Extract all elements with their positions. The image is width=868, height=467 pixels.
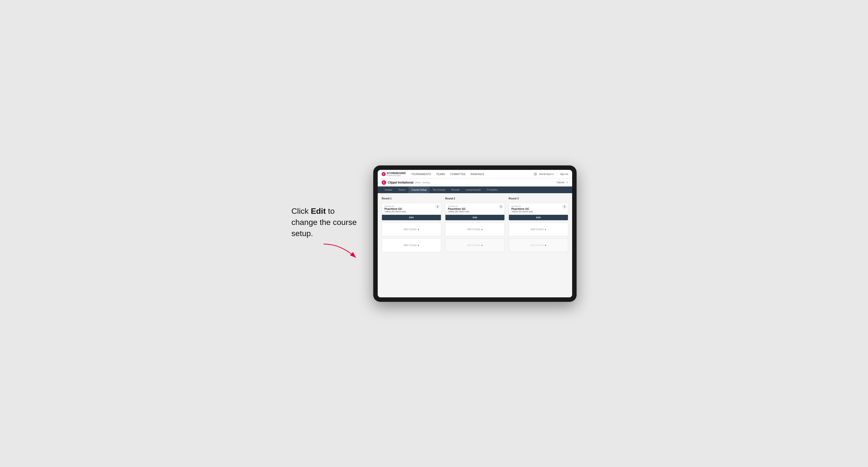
round-3-delete-button[interactable]: 🗑 bbox=[562, 205, 566, 209]
nav-teams[interactable]: TEAMS bbox=[436, 173, 446, 176]
round-1-course-card: 🗑 (Course A) Peachtree GC Yellow (M) (66… bbox=[382, 203, 441, 220]
round-3-edit-button[interactable]: Edit bbox=[509, 215, 568, 220]
round-1-column: Round 1 🗑 (Course A) Peachtree GC Yellow… bbox=[382, 197, 441, 252]
round-2-edit-button[interactable]: Edit bbox=[445, 215, 504, 220]
logo-title: SCOREBOARD bbox=[386, 172, 406, 175]
tab-course-setup[interactable]: Course Setup bbox=[408, 187, 430, 193]
round-2-delete-button[interactable]: 🗑 bbox=[499, 205, 503, 209]
logo-subtitle: Powered by clippd bbox=[386, 175, 406, 176]
tab-details[interactable]: Details bbox=[382, 187, 395, 193]
round-3-column: Round 3 🗑 (Course A) Peachtree GC Yellow… bbox=[509, 197, 568, 252]
tournament-logo-icon: C bbox=[382, 180, 386, 185]
round-1-add-course-2[interactable]: Add Course + bbox=[382, 238, 441, 252]
round-2-add-plus-2-icon: + bbox=[481, 244, 483, 247]
round-3-course-name: Peachtree GC bbox=[512, 207, 565, 210]
round-3-label: Round 3 bbox=[509, 197, 568, 200]
nav-right: blair@clippd.io Sign out bbox=[534, 173, 568, 176]
round-3-add-course-1[interactable]: Add Course + bbox=[509, 222, 568, 236]
round-2-add-course-2: Add Course + bbox=[445, 238, 505, 252]
round-1-delete-button[interactable]: 🗑 bbox=[435, 205, 439, 209]
avatar-icon bbox=[534, 173, 537, 176]
round-2-add-course-1[interactable]: Add Course + bbox=[445, 222, 505, 236]
tablet-frame: C SCOREBOARD Powered by clippd TOURNAMEN… bbox=[373, 165, 577, 302]
round-1-edit-button[interactable]: Edit bbox=[382, 215, 441, 220]
arrow-indicator bbox=[321, 242, 361, 261]
trash-icon: 🗑 bbox=[436, 205, 439, 208]
user-email: blair@clippd.io bbox=[539, 173, 554, 175]
round-2-course-name: Peachtree GC bbox=[448, 207, 502, 210]
trash-icon: 🗑 bbox=[563, 205, 566, 208]
round-3-course-tag: (Course A) bbox=[512, 205, 565, 207]
gender-badge: (Men) bbox=[415, 181, 421, 184]
round-1-course-tag: (Course A) bbox=[384, 205, 438, 207]
nav-tournaments[interactable]: TOURNAMENTS bbox=[411, 173, 432, 176]
nav-logo: C SCOREBOARD Powered by clippd bbox=[382, 172, 406, 176]
round-1-course-detail: Yellow (M) (6629 yds) bbox=[384, 210, 438, 213]
tab-results[interactable]: Results bbox=[448, 187, 463, 193]
cancel-button[interactable]: Cancel bbox=[557, 181, 564, 184]
round-3-add-course-2: Add Course + bbox=[509, 238, 568, 252]
trash-icon: 🗑 bbox=[500, 205, 502, 208]
instruction-text: Click Edit to change the course setup. bbox=[291, 206, 361, 239]
round-1-add-plus-2-icon: + bbox=[417, 244, 419, 247]
round-3-add-course-1-label: Add Course bbox=[530, 228, 544, 231]
cancel-area: Cancel ✕ bbox=[557, 181, 568, 184]
tab-teams[interactable]: Teams bbox=[395, 187, 408, 193]
nav-divider bbox=[557, 173, 557, 176]
round-2-add-course-1-label: Add Course bbox=[467, 228, 480, 231]
round-1-add-course-1-label: Add Course bbox=[403, 228, 416, 231]
status-badge: Hosting bbox=[422, 181, 430, 184]
tablet-screen: C SCOREBOARD Powered by clippd TOURNAMEN… bbox=[378, 170, 572, 298]
instruction-section: Click Edit to change the course setup. bbox=[291, 206, 363, 261]
round-3-add-plus-1-icon: + bbox=[545, 228, 546, 231]
sign-out-link[interactable]: Sign out bbox=[560, 173, 568, 175]
tournament-name: Clippd Invitational bbox=[388, 181, 413, 184]
nav-bar: C SCOREBOARD Powered by clippd TOURNAMEN… bbox=[378, 170, 572, 179]
nav-committee[interactable]: COMMITTEE bbox=[450, 173, 466, 176]
close-icon[interactable]: ✕ bbox=[566, 181, 568, 184]
round-1-add-course-1[interactable]: Add Course + bbox=[382, 222, 441, 236]
round-2-course-tag: (Course A) bbox=[448, 205, 502, 207]
round-2-label: Round 2 bbox=[445, 197, 505, 200]
round-3-add-plus-2-icon: + bbox=[545, 244, 546, 247]
round-2-add-plus-1-icon: + bbox=[481, 228, 483, 231]
logo-text-block: SCOREBOARD Powered by clippd bbox=[386, 172, 406, 176]
round-1-course-name: Peachtree GC bbox=[384, 207, 438, 210]
tab-tee-groups[interactable]: Tee Groups bbox=[430, 187, 448, 193]
round-1-add-course-2-label: Add Course bbox=[403, 244, 416, 247]
round-2-course-card: 🗑 (Course A) Peachtree GC Yellow (M) (66… bbox=[445, 203, 505, 220]
tab-leaderboards[interactable]: Leaderboards bbox=[463, 187, 484, 193]
round-1-label: Round 1 bbox=[382, 197, 441, 200]
round-2-column: Round 2 🗑 (Course A) Peachtree GC Yellow… bbox=[445, 197, 505, 252]
round-3-course-detail: Yellow (M) (6629 yds) bbox=[512, 210, 565, 213]
sub-header: C Clippd Invitational (Men) Hosting Canc… bbox=[378, 179, 572, 187]
round-1-add-plus-1-icon: + bbox=[417, 228, 419, 231]
tab-bar: Details Teams Course Setup Tee Groups Re… bbox=[378, 187, 572, 193]
content-area: Round 1 🗑 (Course A) Peachtree GC Yellow… bbox=[378, 193, 572, 298]
nav-links: TOURNAMENTS TEAMS COMMITTEE RANKINGS bbox=[411, 173, 534, 176]
round-2-add-course-2-label: Add Course bbox=[467, 244, 480, 247]
round-2-course-detail: Yellow (M) (6629 yds) bbox=[448, 210, 502, 213]
round-3-course-card: 🗑 (Course A) Peachtree GC Yellow (M) (66… bbox=[509, 203, 568, 220]
nav-rankings[interactable]: RANKINGS bbox=[470, 173, 485, 176]
logo-c-icon: C bbox=[382, 172, 385, 176]
tab-printables[interactable]: Printables bbox=[484, 187, 501, 193]
round-3-add-course-2-label: Add Course bbox=[530, 244, 544, 247]
rounds-grid: Round 1 🗑 (Course A) Peachtree GC Yellow… bbox=[382, 197, 568, 252]
